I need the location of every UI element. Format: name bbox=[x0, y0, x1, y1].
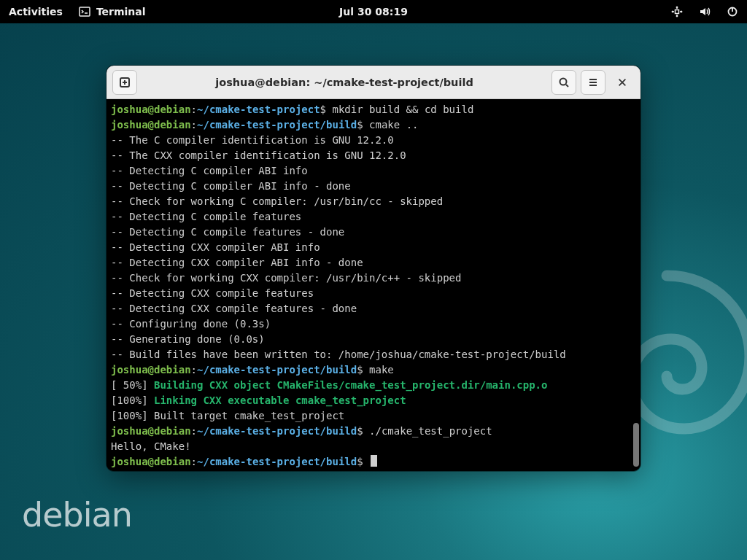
menu-button[interactable] bbox=[581, 70, 605, 95]
output-line: -- The CXX compiler identification is GN… bbox=[111, 148, 636, 163]
active-app-indicator[interactable]: Terminal bbox=[79, 6, 146, 18]
terminal-icon bbox=[79, 6, 90, 18]
output-line: -- Detecting CXX compiler ABI info bbox=[111, 240, 636, 255]
output-line: Hello, CMake! bbox=[111, 439, 636, 454]
svg-point-8 bbox=[560, 78, 567, 85]
svg-rect-0 bbox=[80, 7, 90, 16]
output-line: -- The C compiler identification is GNU … bbox=[111, 133, 636, 148]
clock[interactable]: Jul 30 08:19 bbox=[339, 6, 408, 18]
output-line: -- Detecting C compile features - done bbox=[111, 225, 636, 240]
new-tab-button[interactable] bbox=[112, 70, 137, 95]
output-line: -- Check for working C compiler: /usr/bi… bbox=[111, 194, 636, 209]
svg-point-2 bbox=[672, 11, 673, 12]
output-line: -- Detecting CXX compile features - done bbox=[111, 301, 636, 316]
svg-point-3 bbox=[681, 11, 682, 12]
window-title: joshua@debian: ~/cmake-test-project/buil… bbox=[142, 77, 547, 88]
volume-icon[interactable] bbox=[699, 6, 711, 18]
close-button[interactable] bbox=[610, 70, 635, 95]
activities-button[interactable]: Activities bbox=[9, 6, 63, 18]
svg-point-4 bbox=[676, 7, 678, 8]
cursor bbox=[371, 455, 377, 467]
prompt-line: joshua@debian:~/cmake-test-project/build… bbox=[111, 117, 636, 133]
output-line: -- Build files have been written to: /ho… bbox=[111, 347, 636, 362]
svg-point-5 bbox=[676, 15, 678, 17]
output-line: -- Generating done (0.0s) bbox=[111, 332, 636, 347]
output-line: -- Check for working CXX compiler: /usr/… bbox=[111, 271, 636, 286]
power-icon[interactable] bbox=[727, 6, 738, 18]
output-line: -- Detecting C compiler ABI info - done bbox=[111, 179, 636, 194]
network-icon[interactable] bbox=[671, 6, 683, 18]
terminal-window: joshua@debian: ~/cmake-test-project/buil… bbox=[107, 66, 640, 471]
prompt-line: joshua@debian:~/cmake-test-project/build… bbox=[111, 454, 636, 470]
output-line: [ 50%] Building CXX object CMakeFiles/cm… bbox=[111, 378, 636, 393]
terminal-content[interactable]: joshua@debian:~/cmake-test-project$ mkdi… bbox=[107, 99, 640, 471]
output-line: -- Detecting CXX compile features bbox=[111, 286, 636, 301]
output-line: -- Detecting C compile features bbox=[111, 209, 636, 225]
debian-wordmark: debian bbox=[22, 495, 132, 534]
prompt-line: joshua@debian:~/cmake-test-project/build… bbox=[111, 424, 636, 439]
output-line: -- Configuring done (0.3s) bbox=[111, 316, 636, 332]
active-app-label: Terminal bbox=[96, 6, 146, 18]
prompt-line: joshua@debian:~/cmake-test-project/build… bbox=[111, 362, 636, 378]
output-line: -- Detecting C compiler ABI info bbox=[111, 163, 636, 179]
gnome-topbar: Activities Terminal Jul 30 08:19 bbox=[0, 0, 747, 23]
output-line: [100%] Built target cmake_test_project bbox=[111, 408, 636, 424]
search-button[interactable] bbox=[551, 70, 576, 95]
window-titlebar[interactable]: joshua@debian: ~/cmake-test-project/buil… bbox=[107, 66, 640, 99]
output-line: [100%] Linking CXX executable cmake_test… bbox=[111, 393, 636, 408]
prompt-line: joshua@debian:~/cmake-test-project$ mkdi… bbox=[111, 102, 636, 117]
svg-rect-1 bbox=[676, 10, 679, 14]
output-line: -- Detecting CXX compiler ABI info - don… bbox=[111, 255, 636, 271]
scrollbar-thumb[interactable] bbox=[633, 423, 639, 467]
